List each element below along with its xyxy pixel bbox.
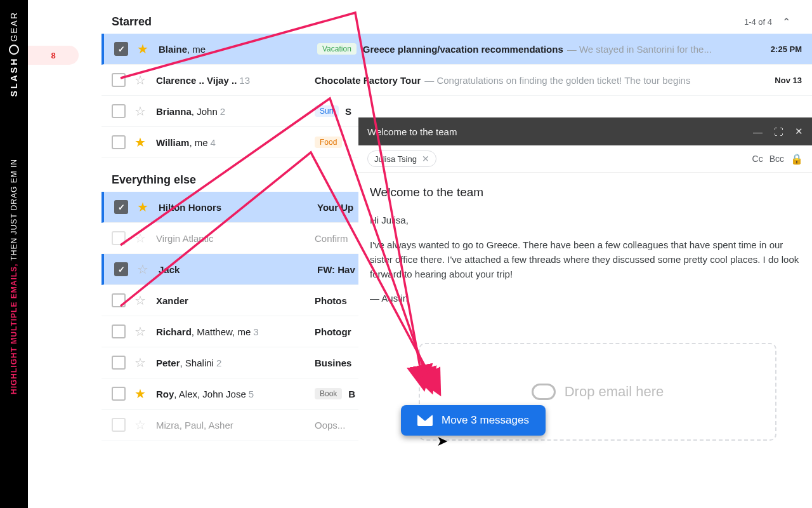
row-sender: Brianna, John2 — [156, 106, 315, 117]
star-icon[interactable]: ☆ — [133, 104, 147, 119]
star-icon[interactable]: ☆ — [133, 293, 147, 308]
drag-label: Move 3 messages — [442, 414, 529, 427]
row-sender: Hilton Honors — [159, 202, 317, 213]
row-checkbox[interactable] — [114, 262, 128, 276]
annotation-caption: HIGHLIGHT MULTIPLE EMAILS, THEN JUST DRA… — [10, 159, 18, 394]
drag-tooltip[interactable]: Move 3 messages — [401, 405, 546, 436]
row-checkbox[interactable] — [112, 231, 126, 245]
row-checkbox[interactable] — [114, 200, 128, 214]
row-time: 2:25 PM — [766, 44, 802, 54]
chip-remove-icon[interactable]: ✕ — [422, 154, 429, 164]
compose-body-title: Welcome to the team — [370, 183, 801, 201]
row-sender: Blaine, me — [159, 44, 317, 55]
row-subject: Photogr — [315, 326, 351, 337]
close-icon[interactable]: ✕ — [795, 126, 803, 137]
row-sender: Xander — [156, 295, 315, 306]
row-label[interactable]: Surf — [315, 105, 339, 117]
section-title: Everything else — [112, 173, 196, 187]
fullscreen-icon[interactable]: ⛶ — [774, 126, 783, 137]
recipient-chip[interactable]: Julisa Tsing ✕ — [367, 150, 436, 167]
row-subject: Photos — [315, 295, 347, 306]
row-sender: Clarence .. Vijay ..13 — [156, 75, 315, 86]
row-sender: Roy, Alex, John Jose5 — [156, 389, 315, 399]
star-icon[interactable]: ☆ — [133, 355, 147, 370]
star-icon[interactable]: ★ — [133, 135, 147, 150]
row-checkbox[interactable] — [112, 135, 126, 149]
row-subject: Confirm — [315, 233, 348, 244]
cc-link[interactable]: Cc — [752, 154, 763, 164]
star-icon[interactable]: ★ — [133, 386, 147, 401]
row-checkbox[interactable] — [112, 418, 126, 432]
row-subject: B — [348, 389, 355, 399]
row-subject: Chocolate Factory Tour — [315, 75, 421, 86]
lock-icon[interactable]: 🔒 — [790, 153, 803, 165]
star-icon[interactable]: ☆ — [136, 262, 150, 277]
compose-to-row[interactable]: Julisa Tsing ✕ Cc Bcc 🔒 — [358, 145, 812, 173]
row-checkbox[interactable] — [112, 73, 126, 87]
star-icon[interactable]: ☆ — [133, 417, 147, 432]
compose-greeting: Hi Julisa, — [370, 213, 801, 227]
star-icon[interactable]: ☆ — [133, 324, 147, 339]
site-left-rail: SLASHGEAR HIGHLIGHT MULTIPLE EMAILS, THE… — [0, 0, 28, 508]
recipient-name: Julisa Tsing — [374, 154, 417, 164]
star-icon[interactable]: ★ — [136, 41, 150, 57]
row-subject: Greece planning/vacation recommendations — [363, 44, 563, 55]
row-snippet: — We stayed in Santorini for the... — [567, 44, 712, 55]
row-label[interactable]: Food — [315, 137, 342, 148]
mail-row[interactable]: ★ Blaine, me Vacation Greece planning/va… — [102, 34, 812, 65]
row-label[interactable]: Vacation — [317, 43, 357, 55]
minimize-icon[interactable]: — — [753, 126, 763, 137]
row-label[interactable]: Book — [315, 388, 342, 399]
compose-header[interactable]: Welcome to the team — ⛶ ✕ — [358, 117, 812, 145]
row-snippet: — Congratulations on finding the golden … — [424, 75, 690, 86]
row-checkbox[interactable] — [114, 42, 128, 56]
section-title: Starred — [112, 15, 152, 29]
chevron-up-icon[interactable]: ⌃ — [782, 16, 790, 28]
cursor-icon: ➤ — [436, 433, 448, 450]
compose-window: Welcome to the team — ⛶ ✕ Julisa Tsing ✕… — [358, 117, 812, 508]
row-sender: Jack — [159, 264, 317, 275]
row-sender: Mizra, Paul, Asher — [156, 420, 315, 431]
row-subject: Your Up — [317, 202, 353, 213]
row-sender: William, me4 — [156, 137, 315, 148]
compose-signature: — Austin — [370, 291, 801, 305]
compose-paragraph: I've always wanted to go to Greece. Ther… — [370, 237, 801, 282]
star-icon[interactable]: ☆ — [133, 231, 147, 246]
compose-title: Welcome to the team — [367, 126, 457, 137]
row-sender: Virgin Atlantic — [156, 233, 315, 244]
row-sender: Peter, Shalini2 — [156, 358, 315, 368]
section-count: 1-4 of 4 — [744, 17, 772, 27]
compose-body[interactable]: Welcome to the team Hi Julisa, I've alwa… — [358, 173, 812, 326]
star-icon[interactable]: ★ — [136, 199, 150, 215]
row-subject: S — [345, 106, 351, 117]
row-sender: Richard, Matthew, me3 — [156, 326, 315, 337]
mail-row[interactable]: ☆ Clarence .. Vijay ..13 Chocolate Facto… — [102, 65, 812, 96]
row-subject: Oops... — [315, 420, 345, 431]
row-checkbox[interactable] — [112, 293, 126, 307]
star-icon[interactable]: ☆ — [133, 72, 147, 88]
row-checkbox[interactable] — [112, 356, 126, 370]
row-time: Nov 13 — [769, 76, 802, 85]
bcc-link[interactable]: Bcc — [769, 154, 784, 164]
row-subject: Busines — [315, 358, 351, 368]
row-subject: FW: Hav — [317, 264, 355, 275]
row-checkbox[interactable] — [112, 104, 126, 118]
row-checkbox[interactable] — [112, 387, 126, 401]
envelope-icon — [417, 415, 433, 426]
site-brand: SLASHGEAR — [9, 11, 19, 97]
unread-badge: 8 — [28, 46, 79, 65]
row-checkbox[interactable] — [112, 324, 126, 338]
section-header-starred[interactable]: Starred 1-4 of 4 ⌃ — [102, 0, 812, 34]
